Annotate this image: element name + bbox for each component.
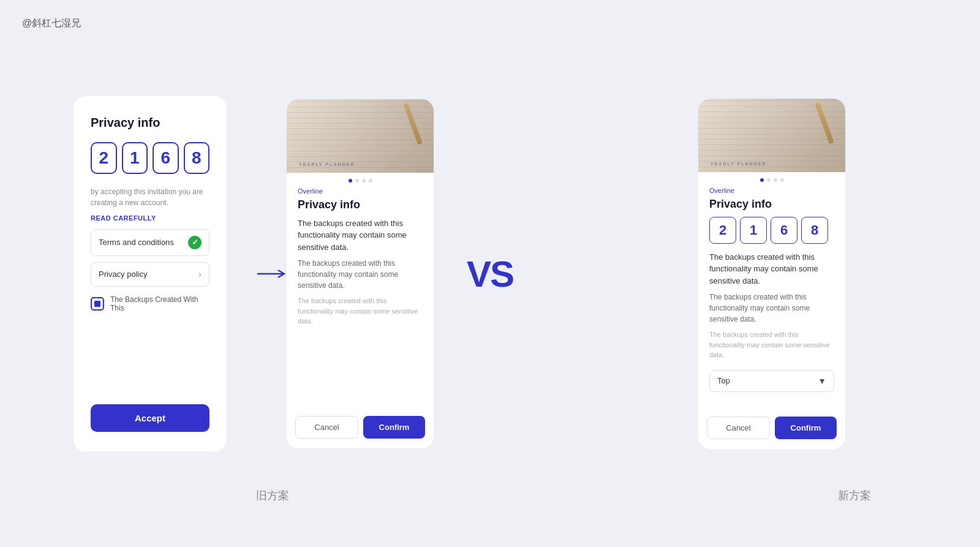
vs-container: VS — [467, 252, 513, 295]
new-dot-1 — [760, 178, 764, 182]
planner-text: YEARLY PLANNER — [299, 162, 355, 167]
dropdown-arrow-icon: ▼ — [818, 376, 826, 386]
old-confirm-button[interactable]: Confirm — [363, 416, 425, 439]
checkbox-inner — [94, 301, 100, 307]
new-desc-secondary: The backups created with this functional… — [709, 292, 834, 325]
new-overline: Overline — [709, 187, 834, 194]
new-card: YEARLY PLANNER Overline Privacy info 2 1… — [698, 99, 845, 449]
privacy-form-card: Privacy info 2 1 6 8 by accepting this i… — [74, 96, 227, 451]
new-desc-tertiary: The backups created with this functional… — [709, 330, 834, 360]
privacy-label: Privacy policy — [99, 270, 147, 279]
new-card-body: Overline Privacy info 2 1 6 8 The backup… — [698, 187, 845, 409]
new-planner-pen — [815, 102, 834, 144]
backup-checkbox-icon[interactable] — [91, 297, 104, 311]
new-planner-text: YEARLY PLANNER — [710, 162, 766, 166]
new-solution-label: 新方案 — [838, 488, 871, 503]
new-pin-1[interactable]: 2 — [709, 217, 736, 244]
dot-4 — [369, 179, 372, 183]
pin-digit-4[interactable]: 8 — [184, 142, 210, 174]
form-card-title: Privacy info — [91, 116, 209, 130]
dot-3 — [362, 179, 366, 183]
old-overline: Overline — [298, 187, 423, 195]
terms-check-icon — [188, 236, 202, 249]
new-dot-3 — [774, 178, 777, 182]
old-solution-label: 旧方案 — [256, 488, 289, 503]
old-card-image: YEARLY PLANNER — [287, 99, 434, 173]
old-card-title: Privacy info — [298, 198, 423, 211]
old-desc-secondary: The backups created with this functional… — [298, 258, 423, 291]
dropdown-label: Top — [717, 376, 730, 385]
privacy-arrow-icon: › — [198, 269, 202, 280]
accept-button[interactable]: Accept — [91, 404, 209, 432]
pin-digit-1[interactable]: 2 — [91, 142, 117, 174]
privacy-row[interactable]: Privacy policy › — [91, 262, 209, 287]
dot-indicators — [287, 173, 434, 187]
old-card-body: Overline Privacy info The backups create… — [287, 187, 434, 409]
new-pin-2[interactable]: 1 — [740, 217, 767, 244]
new-dot-4 — [780, 178, 784, 182]
old-desc-primary: The backups created with this functional… — [298, 217, 423, 254]
old-card-footer: Cancel Confirm — [287, 409, 434, 448]
new-pin-row: 2 1 6 8 — [709, 217, 834, 244]
dot-1 — [349, 179, 352, 183]
top-dropdown[interactable]: Top ▼ — [709, 370, 834, 392]
form-subtitle: by accepting this invitation you are cre… — [91, 186, 209, 208]
new-dot-2 — [767, 178, 771, 182]
new-confirm-button[interactable]: Confirm — [775, 417, 837, 439]
checkbox-text: The Backups Created With This — [110, 295, 209, 312]
checkbox-row[interactable]: The Backups Created With This — [91, 295, 209, 312]
main-layout: Privacy info 2 1 6 8 by accepting this i… — [0, 0, 980, 547]
new-cancel-button[interactable]: Cancel — [707, 417, 770, 439]
new-desc-primary: The backups created with this functional… — [709, 251, 834, 287]
old-desc-tertiary: The backups created with this functional… — [298, 296, 423, 326]
new-card-title: Privacy info — [709, 198, 834, 211]
pin-digit-2[interactable]: 1 — [122, 142, 148, 174]
terms-row[interactable]: Terms and conditions — [91, 229, 209, 256]
pin-row: 2 1 6 8 — [91, 142, 209, 174]
new-card-image: YEARLY PLANNER — [698, 99, 845, 172]
new-card-footer: Cancel Confirm — [698, 409, 845, 449]
new-pin-3[interactable]: 6 — [771, 217, 797, 244]
vs-text: VS — [467, 252, 513, 295]
arrow-right-icon — [257, 268, 288, 280]
planner-background: YEARLY PLANNER — [287, 99, 434, 173]
planner-pen — [403, 102, 422, 145]
pin-digit-3[interactable]: 6 — [153, 142, 179, 174]
read-carefully-label: READ CAREFULLY — [91, 214, 209, 222]
terms-label: Terms and conditions — [99, 238, 174, 247]
old-card: YEARLY PLANNER Overline Privacy info The… — [287, 99, 434, 448]
old-cancel-button[interactable]: Cancel — [295, 416, 358, 439]
new-dot-indicators — [698, 172, 845, 187]
new-pin-4[interactable]: 8 — [801, 217, 828, 244]
dot-2 — [355, 179, 359, 183]
new-planner-background: YEARLY PLANNER — [698, 99, 845, 172]
arrow-divider — [257, 268, 288, 280]
